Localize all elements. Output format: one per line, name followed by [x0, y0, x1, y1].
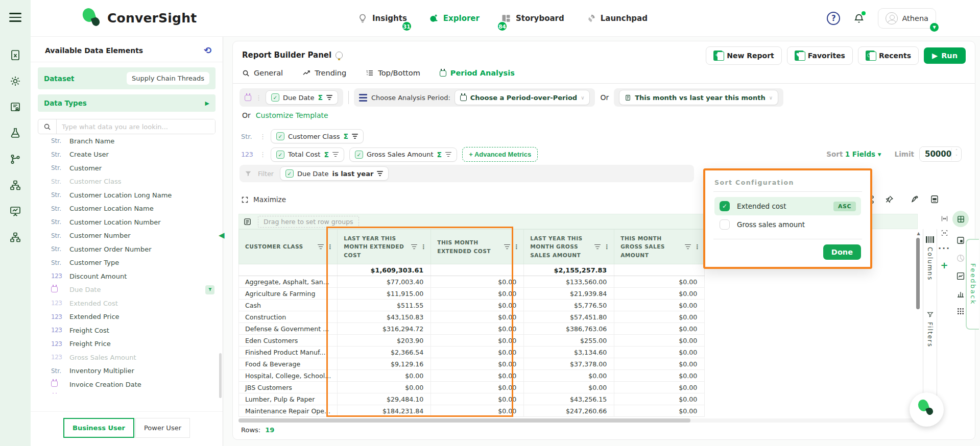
- drag-handle-icon[interactable]: ⋮: [259, 151, 266, 158]
- tab-trending[interactable]: Trending: [302, 69, 346, 79]
- presentation-chart-icon[interactable]: [9, 205, 21, 217]
- more-options-icon[interactable]: ···: [938, 243, 950, 253]
- table-row[interactable]: Eden Customers $203.90 $0.00 $255.00 $0.…: [239, 335, 705, 346]
- tab-period-analysis[interactable]: Period Analysis: [440, 69, 515, 79]
- column-header-ly-gross-sales[interactable]: Last Year This Month Gross Sales Amount⋮: [524, 230, 614, 264]
- data-element-item[interactable]: 123 ★ Extended Price: [51, 310, 216, 324]
- dataset-value[interactable]: Supply Chain Threads: [127, 72, 209, 85]
- business-user-button[interactable]: Business User: [63, 418, 134, 438]
- add-view-icon[interactable]: +: [940, 260, 948, 270]
- data-element-item[interactable]: Str. ★ Create User: [51, 148, 216, 162]
- sort-direction-badge[interactable]: ASC: [833, 202, 856, 211]
- table-row[interactable]: Construction $43,150.83 $0.00 $57,451.80…: [239, 311, 705, 323]
- data-element-item[interactable]: 123 ★ Gross Sales Amount: [51, 351, 216, 364]
- data-element-item[interactable]: ★ Invoice Creation Date: [51, 378, 216, 391]
- data-element-item[interactable]: Str. ★ Customer: [51, 161, 216, 175]
- excel-file-icon[interactable]: [9, 49, 21, 61]
- filter-lines-icon[interactable]: [445, 152, 451, 157]
- fit-column-width-icon[interactable]: [940, 215, 949, 222]
- apps-grid-icon[interactable]: [957, 307, 965, 315]
- table-view-button[interactable]: [952, 211, 969, 227]
- hierarchy-icon[interactable]: [9, 179, 21, 191]
- aggregate-sigma-icon[interactable]: Σ: [437, 151, 442, 159]
- period-template-select[interactable]: This month vs last year this month ∨: [619, 90, 778, 105]
- sidebar-scrollbar[interactable]: [219, 353, 222, 398]
- data-element-item[interactable]: 123 ★ Discount Amount: [51, 269, 216, 283]
- table-row[interactable]: JBS Customers $0.00 $0.00 $0.00 $0.00: [239, 382, 705, 393]
- nav-explorer[interactable]: Explorer: [428, 13, 480, 23]
- refresh-icon[interactable]: ⟳: [204, 45, 211, 56]
- scroll-up-icon[interactable]: ▲: [916, 231, 921, 236]
- power-user-button[interactable]: Power User: [135, 418, 190, 438]
- org-chart-icon[interactable]: [9, 231, 21, 243]
- data-element-item[interactable]: 123 ★ Freight Cost: [51, 324, 216, 337]
- git-branch-icon[interactable]: [9, 153, 21, 165]
- grid-horizontal-scrollbar[interactable]: [238, 418, 918, 423]
- data-element-item[interactable]: Str. ★ Customer Number: [51, 229, 216, 243]
- column-header-this-month-extended-cost[interactable]: This Month Extended Cost⋮: [431, 230, 524, 264]
- maximize-button[interactable]: Maximize: [241, 195, 286, 204]
- column-header-this-month-gross-sales[interactable]: This Month Gross Sales Amount⋮: [614, 230, 705, 264]
- filter-lines-icon[interactable]: [326, 95, 332, 100]
- filters-panel-tab[interactable]: Filters: [923, 304, 937, 348]
- filter-lines-icon[interactable]: [504, 244, 510, 250]
- column-header-ly-extended-cost[interactable]: Last Year This Month Extended Cost⋮: [338, 230, 431, 264]
- column-menu-icon[interactable]: ⋮: [420, 243, 426, 251]
- document-user-icon[interactable]: [9, 101, 21, 113]
- flask-icon[interactable]: [9, 127, 21, 139]
- pdf-export-icon[interactable]: [911, 194, 920, 204]
- advanced-metrics-button[interactable]: + Advanced Metrics: [462, 147, 538, 162]
- check-icon[interactable]: ✓: [276, 132, 284, 140]
- table-row[interactable]: Food & Beverage $9,129.16 $0.00 $37,378.…: [239, 358, 705, 370]
- drag-handle-icon[interactable]: ⋮: [259, 133, 266, 140]
- aggregate-sigma-icon[interactable]: Σ: [318, 93, 323, 102]
- assistant-chat-bubble[interactable]: [910, 392, 944, 427]
- check-icon[interactable]: ✓: [355, 151, 363, 159]
- xlsx-export-icon[interactable]: [930, 194, 939, 204]
- favorites-button[interactable]: ♥ Favorites: [787, 46, 853, 65]
- line-chart-icon[interactable]: [956, 271, 965, 281]
- help-icon[interactable]: ?: [827, 12, 840, 25]
- data-element-item[interactable]: Str. ★ Customer Class: [51, 175, 216, 189]
- table-row[interactable]: Aggregate, Asphalt, San... $77,003.40 $0…: [239, 276, 705, 288]
- data-element-item[interactable]: ★ Invoice Date: [51, 391, 216, 394]
- done-button[interactable]: Done: [823, 244, 861, 260]
- filter-lines-icon[interactable]: [332, 152, 339, 157]
- data-element-item[interactable]: Str. ★ Customer Location Long Name: [51, 188, 216, 202]
- check-icon[interactable]: ✓: [285, 169, 294, 178]
- data-element-item[interactable]: Str. ★ Customer Order Number: [51, 242, 216, 256]
- bar-chart-icon[interactable]: [956, 289, 965, 299]
- gross-sales-amount-chip[interactable]: ✓ Gross Sales Amount Σ: [349, 147, 457, 162]
- due-date-chip[interactable]: ✓ Due Date Σ: [266, 90, 338, 105]
- notifications-bell-icon[interactable]: [853, 13, 865, 24]
- sort-option-gross-sales[interactable]: Gross sales amount: [714, 215, 861, 234]
- filter-lines-icon[interactable]: [377, 171, 383, 176]
- data-element-item[interactable]: Str. ★ Branch Name: [51, 134, 216, 148]
- aggregate-sigma-icon[interactable]: Σ: [324, 151, 329, 159]
- columns-panel-tab[interactable]: Columns: [923, 229, 937, 281]
- aggregate-sigma-icon[interactable]: Σ: [343, 132, 348, 140]
- data-element-item[interactable]: Str. ★ Inventory Multiplier: [51, 364, 216, 378]
- pin-icon[interactable]: [885, 195, 894, 204]
- tab-top-bottom[interactable]: Top/Bottom: [366, 69, 420, 79]
- filter-lines-icon[interactable]: [352, 134, 358, 139]
- limit-stepper[interactable]: ˄˅: [951, 148, 961, 160]
- dataset-row[interactable]: Dataset Supply Chain Threads: [38, 67, 216, 89]
- active-filter-badge-icon[interactable]: [205, 285, 214, 294]
- column-header-customer-class[interactable]: Customer Class⋮: [239, 230, 338, 264]
- user-menu[interactable]: Athena ▼: [878, 8, 936, 29]
- data-element-item[interactable]: Str. ★ Customer Type: [51, 256, 216, 270]
- filter-lines-icon[interactable]: [318, 244, 324, 250]
- period-over-period-select[interactable]: Choose a Period-over-Period ∨: [455, 90, 590, 105]
- column-menu-icon[interactable]: ⋮: [327, 243, 333, 251]
- table-row[interactable]: Cash $511.55 $0.00 $5,776.50 $0.00: [239, 300, 705, 311]
- feedback-tab[interactable]: Feedback: [966, 239, 979, 330]
- menu-icon[interactable]: [9, 10, 21, 24]
- filter-lines-icon[interactable]: [411, 244, 417, 250]
- table-row[interactable]: Hospital, College, School... $0.00 $0.00…: [239, 370, 705, 382]
- run-button[interactable]: ▶ Run: [924, 47, 966, 64]
- sort-fields-dropdown[interactable]: 1 Fields ▾: [845, 150, 881, 158]
- limit-input[interactable]: [920, 147, 951, 161]
- sort-option-extended-cost[interactable]: ✓ Extended cost ASC: [714, 197, 861, 215]
- table-row[interactable]: Lumber, Pulp & Paper $29,484.10 $0.00 $4…: [239, 393, 705, 405]
